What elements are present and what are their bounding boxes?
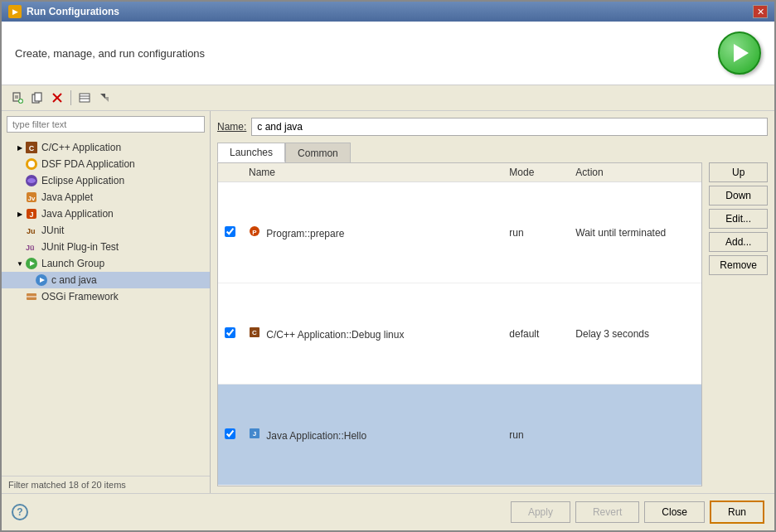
- tree-item-c-and-java-label: c and java: [51, 274, 97, 286]
- collapse-icon: [99, 92, 110, 104]
- svg-text:Ju: Ju: [27, 227, 36, 235]
- tree-item-applet[interactable]: ▶ Jv Java Applet: [2, 189, 210, 206]
- name-label: Name:: [217, 121, 246, 133]
- title-bar-left: ▶ Run Configurations: [8, 5, 119, 18]
- help-button[interactable]: ?: [12, 504, 28, 520]
- dsf-icon: [25, 157, 38, 171]
- svg-rect-10: [80, 94, 90, 102]
- svg-marker-14: [104, 97, 109, 102]
- expand-arrow-cpp: ▶: [15, 143, 25, 152]
- tree-item-eclipse[interactable]: ▶ Eclipse Application: [2, 172, 210, 189]
- run-circle-button[interactable]: [718, 31, 761, 75]
- svg-text:P: P: [252, 229, 257, 236]
- toolbar: [2, 85, 774, 111]
- left-panel: ▶ C C/C++ Application ▶: [2, 111, 211, 493]
- right-panel: Name: Launches Common Name: [211, 111, 774, 493]
- row1-name-cell: P Program::prepare: [242, 182, 502, 283]
- table-row: J Java Application::Hello run: [218, 384, 701, 486]
- row3-name: Java Application::Hello: [266, 430, 366, 442]
- tree-item-launch-group[interactable]: ▼ Launch Group: [2, 255, 210, 272]
- tree-item-cpp[interactable]: ▶ C C/C++ Application: [2, 139, 210, 156]
- row2-checkbox[interactable]: [225, 327, 235, 338]
- tree-item-junit[interactable]: ▶ Ju JUnit: [2, 222, 210, 239]
- edit-button[interactable]: Edit...: [709, 209, 768, 229]
- run-triangle-icon: [734, 44, 749, 62]
- row1-checkbox[interactable]: [225, 226, 235, 237]
- row1-icon: P: [249, 225, 260, 237]
- up-button[interactable]: Up: [709, 162, 768, 182]
- applet-icon: Jv: [25, 191, 38, 204]
- row2-checkbox-cell[interactable]: [218, 283, 242, 384]
- duplicate-icon: [32, 92, 43, 104]
- osgi-icon: [25, 290, 38, 303]
- close-button[interactable]: ✕: [753, 5, 768, 18]
- filter-button[interactable]: [75, 89, 94, 107]
- svg-text:C: C: [252, 329, 257, 336]
- remove-button[interactable]: Remove: [709, 255, 768, 275]
- tree-item-junit-plugin[interactable]: ▶ Jü JUnit Plug-in Test: [2, 239, 210, 255]
- filter-icon: [79, 92, 90, 104]
- col-action: Action: [569, 163, 701, 182]
- new-config-button[interactable]: [8, 89, 27, 107]
- delete-button[interactable]: [48, 89, 66, 107]
- duplicate-button[interactable]: [28, 89, 46, 107]
- row3-name-cell: J Java Application::Hello: [242, 384, 502, 486]
- expand-arrow-java: ▶: [15, 209, 25, 219]
- main-header: Create, manage, and run configurations: [2, 22, 774, 85]
- name-row: Name:: [217, 118, 768, 136]
- tree-item-applet-label: Java Applet: [41, 191, 93, 203]
- col-mode: Mode: [502, 163, 569, 182]
- right-buttons: Up Down Edit... Add... Remove: [709, 162, 768, 486]
- tree-item-java-app[interactable]: ▶ J Java Application: [2, 206, 210, 222]
- bottom-bar: ? Apply Revert Close Run: [2, 493, 774, 530]
- content-area: ▶ C C/C++ Application ▶: [2, 111, 774, 493]
- tab-common[interactable]: Common: [285, 143, 351, 162]
- launches-table: Name Mode Action: [218, 163, 701, 486]
- run-configurations-window: ▶ Run Configurations ✕ Create, manage, a…: [0, 0, 776, 532]
- filter-input[interactable]: [7, 116, 205, 133]
- tab-common-label: Common: [298, 148, 338, 159]
- svg-rect-7: [35, 93, 41, 101]
- tab-launches[interactable]: Launches: [217, 143, 285, 162]
- table-row: P Program::prepare run Wait until termin…: [218, 182, 701, 283]
- window-title: Run Configurations: [27, 6, 119, 17]
- svg-text:J: J: [29, 210, 33, 219]
- row2-icon: C: [249, 326, 260, 338]
- run-button[interactable]: Run: [710, 501, 764, 524]
- add-button[interactable]: Add...: [709, 232, 768, 252]
- row1-action: Wait until terminated: [569, 182, 701, 283]
- tree-item-c-and-java[interactable]: ▶ c and java: [2, 272, 210, 288]
- collapse-button[interactable]: [95, 89, 114, 107]
- header-title: Create, manage, and run configurations: [15, 47, 205, 60]
- row3-action: [569, 384, 701, 486]
- apply-button[interactable]: Apply: [511, 501, 570, 523]
- tab-content: Name Mode Action: [217, 162, 702, 486]
- tree-item-dsf[interactable]: ▶ DSF PDA Application: [2, 156, 210, 172]
- down-button[interactable]: Down: [709, 186, 768, 206]
- row2-action: Delay 3 seconds: [569, 283, 701, 384]
- svg-point-18: [28, 161, 35, 167]
- row1-name: Program::prepare: [266, 228, 344, 239]
- svg-text:Jü: Jü: [26, 244, 35, 252]
- java-app-icon: J: [25, 207, 38, 220]
- window-icon: ▶: [8, 5, 22, 18]
- svg-text:C: C: [29, 144, 35, 152]
- panel-with-buttons: Name Mode Action: [217, 162, 768, 486]
- row3-icon: J: [249, 428, 260, 439]
- launch-group-icon: [25, 257, 38, 270]
- name-input[interactable]: [251, 118, 768, 136]
- row2-mode: default: [502, 283, 569, 384]
- tree-item-osgi[interactable]: ▶ OSGi Framework: [2, 288, 210, 305]
- row3-checkbox-cell[interactable]: [218, 384, 242, 486]
- tree-item-java-app-label: Java Application: [41, 208, 114, 220]
- row1-checkbox-cell[interactable]: [218, 182, 242, 283]
- eclipse-icon: [25, 174, 38, 187]
- filter-status: Filter matched 18 of 20 items: [2, 476, 210, 493]
- revert-button[interactable]: Revert: [575, 501, 639, 523]
- tree-item-junit-plugin-label: JUnit Plug-in Test: [41, 241, 119, 253]
- junit-icon: Ju: [25, 224, 38, 237]
- expand-arrow-launch: ▼: [15, 259, 25, 268]
- close-dialog-button[interactable]: Close: [644, 501, 705, 523]
- row3-checkbox[interactable]: [225, 428, 235, 439]
- title-bar: ▶ Run Configurations ✕: [2, 2, 774, 22]
